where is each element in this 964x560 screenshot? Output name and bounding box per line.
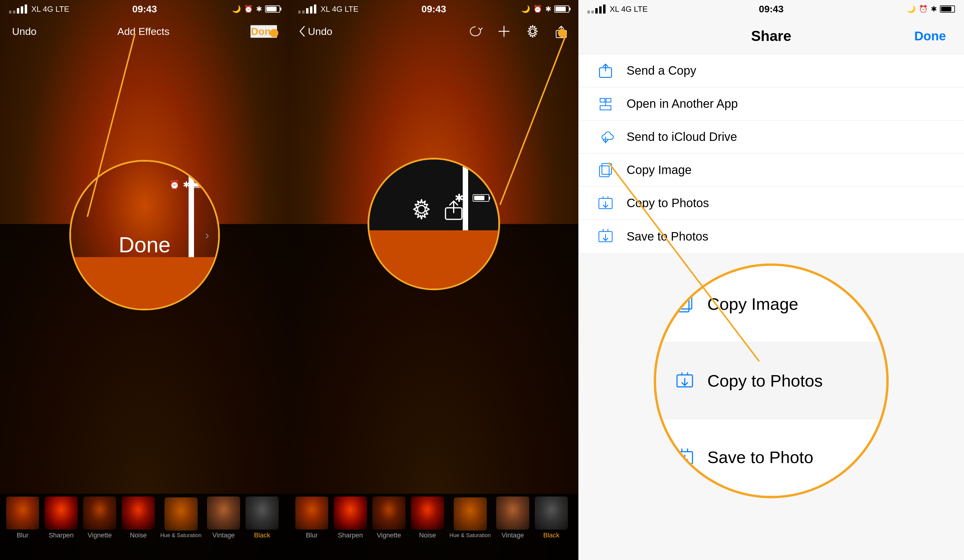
filter-img-hue: [164, 497, 198, 531]
filter-hue[interactable]: Hue & Saturation: [160, 497, 202, 539]
filter-label-hue: Hue & Saturation: [160, 532, 202, 539]
menu-item-copy-image[interactable]: Copy Image: [578, 154, 964, 187]
carrier-1: XL 4G LTE: [31, 5, 69, 14]
chevron-left-icon: [298, 25, 306, 37]
filter-img-blur: [6, 497, 39, 529]
chevron-right-icon-1: ›: [205, 229, 209, 242]
share-done-button[interactable]: Done: [914, 29, 946, 43]
copy-image-icon: [596, 161, 614, 179]
menu-item-send-copy[interactable]: Send a Copy: [578, 54, 964, 87]
panel-2: XL 4G LTE 09:43 🌙 ⏰ ✱ Undo: [289, 0, 578, 560]
filter-vintage[interactable]: Vintage: [207, 497, 240, 539]
zoom-circle-1-inner: ⏰ ✱ Done ›: [71, 162, 218, 308]
zoom-clock-icon: ⏰: [169, 180, 180, 190]
lasso-button[interactable]: [467, 23, 484, 40]
lasso-icon: [468, 24, 483, 39]
filter-img-black: [246, 497, 278, 529]
filter-img-noise: [122, 497, 155, 529]
add-button[interactable]: [495, 23, 512, 40]
zoom-white-stripe-2: [463, 159, 468, 230]
filter-label-noise: Noise: [130, 531, 147, 539]
plus-icon: [497, 24, 511, 39]
zoom-gear-icon-2: [408, 196, 435, 223]
menu-item-icloud[interactable]: Send to iCloud Drive: [578, 120, 964, 154]
moon-icon: 🌙: [232, 5, 241, 13]
zoom-circle-2: ✱: [368, 158, 500, 290]
back-button-2[interactable]: Undo: [298, 25, 332, 37]
filter-label-blur: Blur: [16, 531, 28, 539]
zoom-item-label-copy-image: Copy Image: [707, 294, 798, 314]
menu-item-open-another[interactable]: Open in Another App: [578, 87, 964, 120]
zoom-battery-1: [193, 182, 206, 188]
filter-img-vignette: [83, 497, 116, 529]
svg-rect-14: [602, 164, 612, 174]
filter-noise-2[interactable]: Noise: [411, 497, 444, 539]
copy-photos-icon: [596, 194, 614, 212]
menu-label-copy-photos: Copy to Photos: [627, 196, 709, 210]
zoom-circle-3: Copy Image Copy to Photos: [654, 263, 889, 498]
bottom-toolbar-2: Blur Sharpen Vignette: [289, 494, 578, 560]
panel2-nav-icons: [467, 23, 569, 40]
filter-black[interactable]: Black: [246, 497, 278, 539]
filter-black-2[interactable]: Black: [535, 497, 568, 539]
zoom-copy-photos-icon: [674, 370, 695, 391]
signal-1: [9, 5, 27, 13]
status-left-3: XL 4G LTE: [588, 5, 648, 14]
battery-3: [940, 5, 955, 13]
zoom-item-copy-photos: Copy to Photos: [656, 342, 886, 419]
filter-blur[interactable]: Blur: [6, 497, 39, 539]
zoom-orange-bottom-1: [71, 257, 218, 308]
svg-point-3: [530, 29, 535, 34]
filter-blur-2[interactable]: Blur: [295, 497, 328, 539]
clock-icon-2: ⏰: [533, 5, 542, 13]
filter-hue-2[interactable]: Hue & Saturation: [449, 497, 491, 539]
clock-icon-3: ⏰: [919, 5, 928, 13]
filter-strip-1: Blur Sharpen Vignette: [0, 494, 289, 542]
send-copy-icon: [596, 62, 614, 80]
time-1: 09:43: [132, 3, 157, 15]
filter-label-black: Black: [254, 531, 270, 539]
nav-bar-1: Undo Add Effects Done: [0, 18, 289, 45]
moon-icon-2: 🌙: [521, 5, 530, 13]
panel-3: XL 4G LTE 09:43 🌙 ⏰ ✱ Share Done: [578, 0, 964, 560]
bluetooth-icon-2: ✱: [545, 5, 551, 13]
open-another-icon: [596, 95, 614, 113]
time-2: 09:43: [422, 3, 446, 15]
filter-vintage-2[interactable]: Vintage: [496, 497, 529, 539]
filter-label-sharpen-2: Sharpen: [338, 531, 363, 539]
filter-sharpen-2[interactable]: Sharpen: [334, 497, 367, 539]
bluetooth-icon-3: ✱: [931, 5, 937, 13]
zoom-circle-3-inner: Copy Image Copy to Photos: [656, 266, 886, 496]
zoom-orange-bottom-2: [369, 230, 498, 289]
filter-label-vintage-2: Vintage: [502, 531, 524, 539]
filter-noise[interactable]: Noise: [122, 497, 155, 539]
menu-item-save-photos[interactable]: Save to Photos: [578, 220, 964, 253]
filter-label-noise-2: Noise: [419, 531, 436, 539]
menu-label-icloud: Send to iCloud Drive: [627, 130, 737, 144]
nav-bar-2: Undo: [289, 18, 578, 45]
filter-vignette[interactable]: Vignette: [83, 497, 116, 539]
filter-label-vignette: Vignette: [88, 531, 112, 539]
zoom-done-text-1: Done: [119, 232, 171, 257]
gear-icon: [525, 24, 540, 39]
filter-label-sharpen: Sharpen: [49, 531, 73, 539]
filter-label-black-2: Black: [543, 531, 559, 539]
settings-button[interactable]: [524, 23, 541, 40]
status-bar-3: XL 4G LTE 09:43 🌙 ⏰ ✱: [578, 0, 964, 18]
zoom-circle-2-inner: ✱: [369, 159, 498, 289]
undo-button-1[interactable]: Undo: [12, 26, 36, 37]
menu-label-send-copy: Send a Copy: [627, 64, 696, 77]
signal-3: [588, 5, 606, 13]
status-left-1: XL 4G LTE: [9, 5, 72, 14]
bluetooth-icon-1: ✱: [256, 5, 262, 13]
nav-title-1: Add Effects: [117, 26, 169, 37]
filter-img-sharpen: [45, 497, 78, 529]
menu-label-open-another: Open in Another App: [627, 97, 738, 110]
connector-dot-done: [270, 29, 278, 37]
filter-label-vintage: Vintage: [212, 531, 234, 539]
menu-item-copy-photos[interactable]: Copy to Photos: [578, 187, 964, 220]
filter-sharpen[interactable]: Sharpen: [45, 497, 78, 539]
svg-point-7: [418, 205, 426, 213]
filter-vignette-2[interactable]: Vignette: [372, 497, 405, 539]
status-right-2: 🌙 ⏰ ✱: [521, 5, 569, 13]
